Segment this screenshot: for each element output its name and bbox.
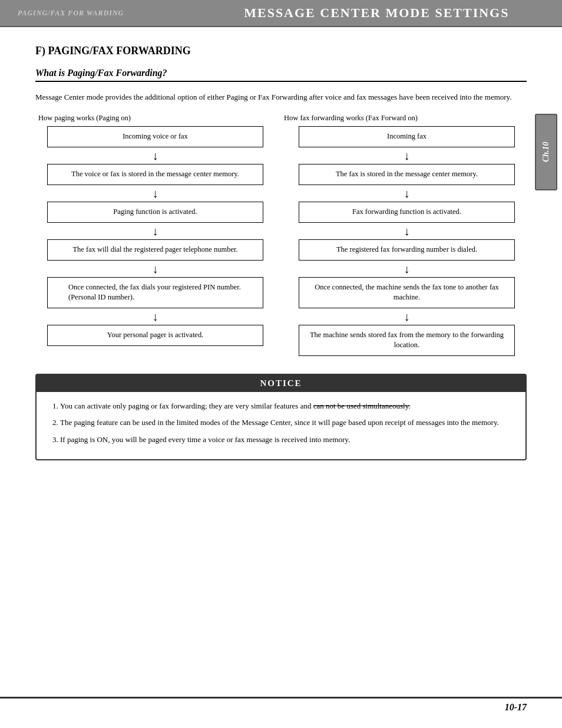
paging-arrow2: ↓ <box>153 187 158 199</box>
fax-box3: Fax forwarding function is activated. <box>299 202 514 223</box>
header-left-text: PAGING/FAX FOR WARDING <box>6 9 197 18</box>
notice-content: You can activate only paging or fax forw… <box>37 392 525 459</box>
paging-box4: The fax will dial the registered pager t… <box>47 239 263 261</box>
fax-flow-col: Incoming fax ↓ The fax is stored in the … <box>287 126 527 356</box>
fax-arrow1: ↓ <box>404 150 410 162</box>
fax-box6: The machine sends stored fax from the me… <box>299 325 514 356</box>
paging-box2: The voice or fax is stored in the messag… <box>47 164 263 185</box>
paging-box3: Paging function is activated. <box>47 202 263 223</box>
section-title: F) PAGING/FAX FORWARDING <box>35 45 527 57</box>
notice-item-1: You can activate only paging or fax forw… <box>60 400 514 413</box>
intro-text: Message Center mode provides the additio… <box>35 91 527 103</box>
paging-arrow1: ↓ <box>153 150 158 162</box>
fax-label: How fax forwarding works (Fax Forward on… <box>281 114 527 123</box>
fax-arrow5: ↓ <box>404 311 410 322</box>
paging-label: How paging works (Paging on) <box>35 114 281 123</box>
fax-box4: The registered fax forwarding number is … <box>299 239 514 261</box>
fax-box2: The fax is stored in the message center … <box>299 164 514 185</box>
paging-flow-col: Incoming voice or fax ↓ The voice or fax… <box>35 126 275 356</box>
notice-box: NOTICE You can activate only paging or f… <box>35 374 527 460</box>
paging-arrow5: ↓ <box>153 311 158 322</box>
page-number: 10-17 <box>505 702 527 713</box>
flowchart-section: How paging works (Paging on) How fax for… <box>35 114 527 356</box>
notice-item-3: If paging is ON, you will be paged every… <box>60 434 514 446</box>
page-footer: 10-17 <box>0 697 562 716</box>
paging-arrow4: ↓ <box>153 263 158 275</box>
notice-header: NOTICE <box>37 375 525 392</box>
fax-box5: Once connected, the machine sends the fa… <box>299 277 514 308</box>
notice-item-2: The paging feature can be used in the li… <box>60 417 514 429</box>
fax-arrow2: ↓ <box>404 187 410 199</box>
two-col-flow: Incoming voice or fax ↓ The voice or fax… <box>35 126 527 356</box>
main-content: F) PAGING/FAX FORWARDING What is Paging/… <box>0 27 562 496</box>
fax-box1: Incoming fax <box>299 126 514 147</box>
fax-arrow4: ↓ <box>404 263 410 275</box>
paging-box6: Your personal pager is activated. <box>47 325 263 346</box>
fax-arrow3: ↓ <box>404 225 410 237</box>
paging-arrow3: ↓ <box>153 225 158 237</box>
chapter-tab: Ch.10 <box>535 114 557 190</box>
header-right-text: MESSAGE CENTER MODE SETTINGS <box>197 5 556 21</box>
paging-box5: Once connected, the fax dials your regis… <box>47 277 263 308</box>
page-header: PAGING/FAX FOR WARDING MESSAGE CENTER MO… <box>0 0 562 27</box>
paging-box1: Incoming voice or fax <box>47 126 263 147</box>
subsection-title: What is Paging/Fax Forwarding? <box>35 68 527 82</box>
